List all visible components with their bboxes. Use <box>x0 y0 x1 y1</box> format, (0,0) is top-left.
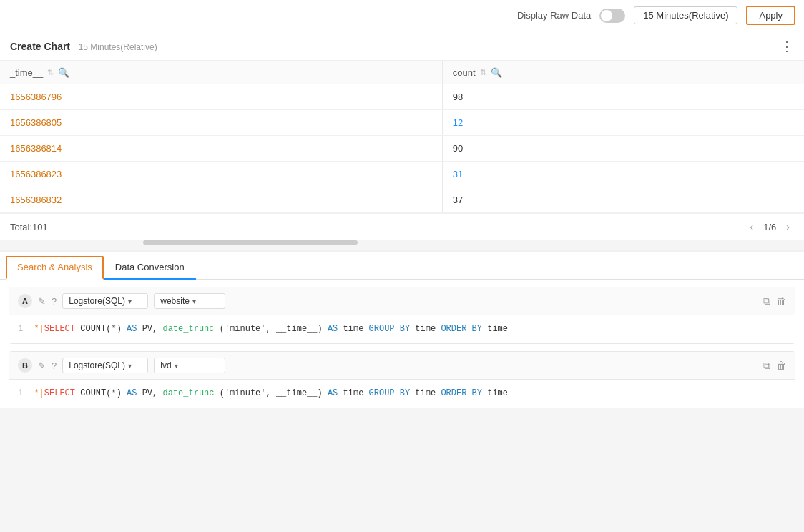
table-row: 1656386796 98 <box>0 84 804 110</box>
query-b-help-icon[interactable]: ? <box>52 360 57 371</box>
table-footer: Total:101 ‹ 1/6 › <box>0 213 804 240</box>
prev-page-button[interactable]: ‹ <box>746 220 758 234</box>
query-block-b: B ✎ ? Logstore(SQL) ▾ lvd ▾ ⧉ 🗑 1 *|SELE… <box>9 351 795 408</box>
top-bar: Display Raw Data 15 Minutes(Relative) Ap… <box>0 0 804 31</box>
query-a-edit-icon[interactable]: ✎ <box>38 296 46 307</box>
sort-count-icon[interactable]: ⇅ <box>480 68 486 77</box>
query-b-edit-icon[interactable]: ✎ <box>38 360 46 371</box>
col-time-header: _time__ ⇅ 🔍 <box>0 61 442 84</box>
query-a-header: A ✎ ? Logstore(SQL) ▾ website ▾ ⧉ 🗑 <box>9 287 795 315</box>
chevron-down-icon: ▾ <box>128 362 132 370</box>
query-a-type-select[interactable]: Logstore(SQL) ▾ <box>62 293 148 309</box>
query-block-a: A ✎ ? Logstore(SQL) ▾ website ▾ ⧉ 🗑 1 *|… <box>9 287 795 344</box>
display-raw-label: Display Raw Data <box>517 10 591 21</box>
delete-icon[interactable]: 🗑 <box>776 295 786 307</box>
sort-icon[interactable]: ⇅ <box>47 68 54 77</box>
col-count-header: count ⇅ 🔍 <box>442 61 804 84</box>
tab-search-analysis[interactable]: Search & Analysis <box>6 256 104 280</box>
page-info: 1/6 <box>763 222 776 232</box>
query-b-header: B ✎ ? Logstore(SQL) ▾ lvd ▾ ⧉ 🗑 <box>9 352 795 380</box>
query-a-help-icon[interactable]: ? <box>52 296 57 307</box>
table-row: 1656386832 37 <box>0 187 804 213</box>
query-a-actions: ⧉ 🗑 <box>763 295 786 307</box>
time-range-button[interactable]: 15 Minutes(Relative) <box>634 6 737 24</box>
line-number: 1 <box>18 388 23 398</box>
chevron-down-icon: ▾ <box>175 362 178 370</box>
chevron-down-icon: ▾ <box>192 297 196 305</box>
bottom-section: Search & Analysis Data Conversion A ✎ ? … <box>0 250 804 408</box>
chart-section: Create Chart 15 Minutes(Relative) ⋮ _tim… <box>0 31 804 245</box>
delete-icon[interactable]: 🗑 <box>776 360 786 372</box>
query-a-logstore-select[interactable]: website ▾ <box>154 293 225 309</box>
chart-header: Create Chart 15 Minutes(Relative) ⋮ <box>0 31 804 61</box>
tab-bar: Search & Analysis Data Conversion <box>0 252 804 280</box>
table-row: 1656386823 31 <box>0 162 804 187</box>
search-col2-icon[interactable]: 🔍 <box>491 67 502 78</box>
line-number: 1 <box>18 324 23 334</box>
table-body: 1656386796 98 1656386805 12 1656386814 9… <box>0 84 804 213</box>
more-options-icon[interactable]: ⋮ <box>780 39 794 54</box>
horizontal-scrollbar[interactable] <box>0 240 804 245</box>
chart-subtitle: 15 Minutes(Relative) <box>79 42 157 52</box>
table-row: 1656386805 12 <box>0 110 804 136</box>
tab-data-conversion[interactable]: Data Conversion <box>104 256 196 280</box>
scrollbar-thumb[interactable] <box>143 240 358 245</box>
chevron-down-icon: ▾ <box>128 297 132 305</box>
total-count: Total:101 <box>10 222 48 232</box>
data-table: _time__ ⇅ 🔍 count ⇅ 🔍 1656386796 98 <box>0 61 804 213</box>
chart-title: Create Chart <box>10 41 70 52</box>
next-page-button[interactable]: › <box>782 220 794 234</box>
query-b-code[interactable]: 1 *|SELECT COUNT(*) AS PV, date_trunc ('… <box>9 380 795 408</box>
query-b-actions: ⧉ 🗑 <box>763 360 786 372</box>
table-row: 1656386814 90 <box>0 136 804 162</box>
pagination: ‹ 1/6 › <box>746 220 794 234</box>
query-b-type-select[interactable]: Logstore(SQL) ▾ <box>62 358 148 373</box>
display-raw-toggle[interactable] <box>599 9 625 23</box>
query-a-label: A <box>18 294 32 308</box>
copy-icon[interactable]: ⧉ <box>763 360 770 372</box>
search-col1-icon[interactable]: 🔍 <box>58 67 69 78</box>
query-b-label: B <box>18 358 32 373</box>
query-a-code[interactable]: 1 *|SELECT COUNT(*) AS PV, date_trunc ('… <box>9 315 795 343</box>
query-b-logstore-select[interactable]: lvd ▾ <box>154 358 225 373</box>
apply-button[interactable]: Apply <box>746 6 795 25</box>
copy-icon[interactable]: ⧉ <box>763 295 770 307</box>
